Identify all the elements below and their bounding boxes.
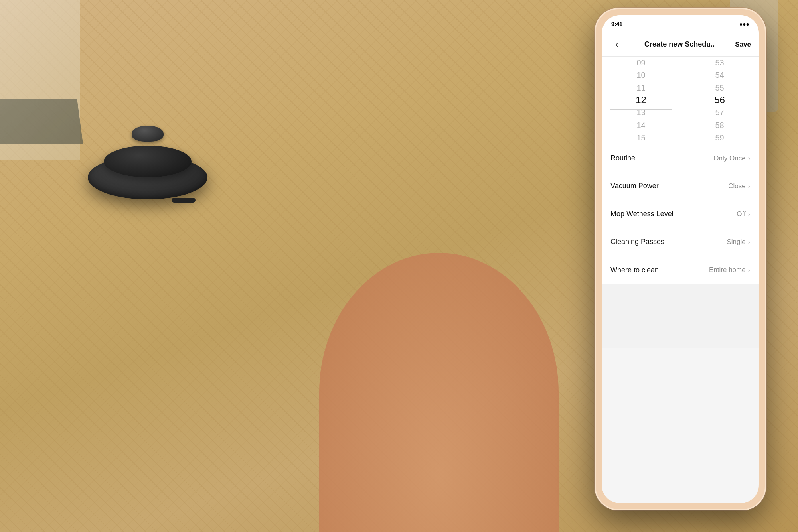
time-picker[interactable]: 09 10 11 12 13 14 15 53 54 55 56 57 58 5…: [602, 57, 759, 144]
row-label-routine: Routine: [610, 154, 635, 162]
minute-item: 59: [680, 132, 759, 144]
settings-row-routine[interactable]: Routine Only Once ›: [602, 144, 759, 172]
mop-wetness-value: Off: [737, 210, 745, 218]
settings-row-vacuum-power[interactable]: Vacuum Power Close ›: [602, 172, 759, 200]
row-value-cleaning-passes: Single ›: [727, 238, 750, 246]
hour-item: 10: [602, 69, 680, 81]
minute-item: 55: [680, 82, 759, 94]
settings-row-cleaning-passes[interactable]: Cleaning Passes Single ›: [602, 228, 759, 256]
robot-body: [88, 156, 207, 199]
row-value-where-to-clean: Entire home ›: [709, 266, 750, 274]
minute-item: 54: [680, 69, 759, 81]
row-label-cleaning-passes: Cleaning Passes: [610, 238, 664, 246]
row-label-where-to-clean: Where to clean: [610, 266, 659, 274]
cleaning-passes-value: Single: [727, 238, 745, 246]
robot-brush: [172, 198, 196, 203]
save-button[interactable]: Save: [735, 41, 751, 49]
gray-area: [602, 284, 759, 348]
minute-item: 58: [680, 119, 759, 131]
hour-item: 09: [602, 57, 680, 69]
hour-item: 15: [602, 132, 680, 144]
floor-mat: [0, 99, 83, 144]
hour-item: 14: [602, 119, 680, 131]
robot-top: [104, 146, 192, 177]
nav-bar: ‹ Create new Schedu.. Save: [602, 33, 759, 57]
minute-column[interactable]: 53 54 55 56 57 58 59: [680, 57, 759, 144]
selector-line-top: [610, 92, 673, 92]
where-to-clean-value: Entire home: [709, 266, 746, 274]
status-bar: 9:41 ●●●: [602, 15, 759, 33]
hand: [319, 253, 559, 532]
routine-value: Only Once: [713, 154, 745, 162]
robot-vacuum: [80, 128, 215, 199]
row-label-mop-wetness: Mop Wetness Level: [610, 210, 674, 218]
phone-screen: 9:41 ●●● ‹ Create new Schedu.. Save 09 1…: [602, 15, 759, 503]
where-to-clean-chevron: ›: [748, 266, 750, 274]
vacuum-power-value: Close: [728, 182, 745, 190]
settings-row-where-to-clean[interactable]: Where to clean Entire home ›: [602, 256, 759, 284]
minute-item: 57: [680, 106, 759, 119]
minute-item: 53: [680, 57, 759, 69]
status-icons: ●●●: [739, 21, 749, 27]
robot-dome: [132, 126, 164, 142]
hour-selected: 12: [602, 94, 680, 106]
back-button[interactable]: ‹: [610, 37, 624, 52]
minute-selected: 56: [680, 94, 759, 106]
page-title: Create new Schedu..: [624, 40, 735, 49]
cleaning-passes-chevron: ›: [748, 238, 750, 246]
hour-item: 11: [602, 82, 680, 94]
row-value-routine: Only Once ›: [713, 154, 750, 162]
row-label-vacuum-power: Vacuum Power: [610, 182, 659, 190]
phone-container: 9:41 ●●● ‹ Create new Schedu.. Save 09 1…: [595, 8, 766, 510]
settings-list: Routine Only Once › Vacuum Power Close ›…: [602, 144, 759, 284]
status-time: 9:41: [611, 21, 622, 27]
row-value-mop-wetness: Off ›: [737, 210, 750, 218]
hour-column[interactable]: 09 10 11 12 13 14 15: [602, 57, 680, 144]
row-value-vacuum-power: Close ›: [728, 182, 750, 190]
selector-line-bottom: [610, 109, 673, 110]
hour-item: 13: [602, 106, 680, 119]
phone-frame: 9:41 ●●● ‹ Create new Schedu.. Save 09 1…: [595, 8, 766, 510]
mop-wetness-chevron: ›: [748, 211, 750, 218]
routine-chevron: ›: [748, 155, 750, 162]
vacuum-power-chevron: ›: [748, 183, 750, 190]
settings-row-mop-wetness[interactable]: Mop Wetness Level Off ›: [602, 200, 759, 228]
